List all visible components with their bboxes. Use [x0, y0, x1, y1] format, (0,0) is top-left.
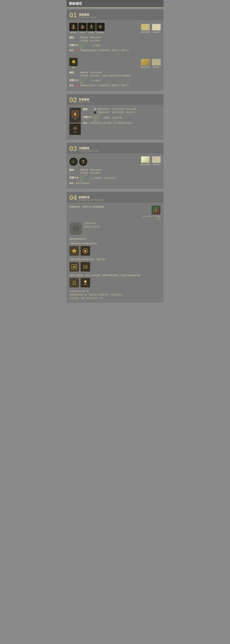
swatch-func-color: 颜色样式参考: [140, 156, 150, 166]
cut-box-2: ✓: [80, 79, 84, 83]
cut-bot-num-2: 52: [80, 82, 82, 84]
gray-state-row: 图标灰态样式： 灰态文字色值：32px a19f96: [94, 108, 136, 111]
color-values-2: 图标色值：c7be7e-fff9ad 文字色值：32px fff7e6 外发光 …: [80, 71, 131, 77]
swatch-func-gold: [141, 156, 150, 163]
func-cut-num: 64: [85, 175, 86, 176]
cavalry-icon: [78, 23, 86, 31]
color-text-val-2: 文字色值：32px fff7e6 外发光 0,8px 8d753b 80%透明度: [80, 74, 131, 78]
svg-line-12: [152, 26, 160, 30]
section-02-title-en: TAB ICON: [79, 101, 91, 103]
dark-swatch: [94, 111, 96, 114]
func-color-label: 颜色: [69, 168, 80, 172]
func-cut-row: 切图大小 ✓ 64 64 （上下左右居中，大小为64*64）: [69, 176, 161, 180]
cut-bot-num: 52: [80, 48, 82, 49]
icon-war: War: [69, 58, 78, 68]
swatch-func-tex: [152, 156, 161, 163]
icon-research: Research: [96, 23, 104, 34]
section-02-body: 84 Bag 64 Shop: [66, 105, 164, 140]
remark-label: 备注：: [69, 49, 75, 52]
section-02-title: 页签图标 TAB ICON: [79, 98, 91, 103]
section-04-num: 04: [69, 194, 77, 201]
selected-label: 图标选中样式：: [98, 111, 112, 114]
remark-red-2: 红框: [76, 84, 80, 86]
intro-row: 绘制标准框，适用于以上各类型图标。 绿色为内容区；红色为留白区: [69, 206, 161, 220]
section-01-title: 系统图标 SYSTEM ICON: [79, 13, 96, 18]
frame-box: [69, 222, 82, 235]
tab-cut-row: 切图大小 84 64 （贴底边，左右居中切）: [83, 116, 161, 120]
func-remark: 备注： 图标与底圆整切.: [69, 182, 161, 185]
cut-size-visual: ✓ 52 52: [80, 44, 84, 48]
swatch3-label: 颜色样式参考: [140, 164, 150, 166]
cut-box: ✓: [80, 44, 84, 48]
svg-point-19: [96, 118, 96, 119]
page-title: 图标规范: [69, 2, 82, 6]
tab-cut-box: [94, 116, 98, 120]
func-remark-label: 备注：: [69, 182, 75, 184]
color-label: 颜色: [69, 36, 80, 39]
tab-cut-box-wrap: 84 64: [94, 116, 98, 120]
color-text-val: 文字色值：32px fff7e6: [80, 39, 102, 42]
color-values: 图标色值：ffffd9-b9b47e 文字色值：32px fff7e6: [80, 36, 102, 42]
step2-icons: [69, 262, 161, 272]
step1-icons: [69, 246, 161, 256]
bag-icon: [72, 111, 78, 117]
archers-label: Archers: [70, 32, 76, 34]
legend-text: 绿色为内容区；红色为留白区: [143, 215, 161, 220]
section-02-header: 02 页签图标 TAB ICON: [66, 94, 164, 105]
func-cut-visual: ✓ 64 64 （上下左右居中，大小为64*64）: [80, 176, 117, 180]
section-01: 01 系统图标 SYSTEM ICON Archers: [66, 9, 164, 91]
bag-label: Bag: [74, 118, 76, 120]
section-03-header: 03 功能图标 FUNCTION ICON: [66, 142, 164, 154]
func-color-values: 图标色值：ffffd9-b9b47e 文字色值：24px eaf4ff: [80, 168, 102, 175]
bag-tab: 84 Bag 64: [69, 108, 81, 123]
svg-point-2: [82, 25, 83, 26]
section-04: 04 绘制标准 DRAWING STANDARD 绘制标准框，适用于以上各类型图…: [66, 192, 164, 303]
swatch-color-ref: 颜色样式参考: [140, 24, 150, 34]
func-remark-text: 图标与底圆整切.: [76, 182, 90, 184]
svg-line-11: [152, 24, 160, 30]
cut-suffix: （上下居中）: [90, 44, 102, 47]
method-title: 图标绘制具体方法：: [69, 238, 161, 240]
icon-cavalry: Cavalry: [78, 23, 86, 34]
swatch4-label: 图标材质: [153, 164, 160, 166]
selected-state-row: 图标选中样式： 选中文字色值：32px fff7e6: [94, 111, 136, 114]
infantry-label: Infantry: [88, 32, 94, 34]
section-04-title-cn: 绘制标准: [79, 196, 105, 199]
section-03: 03 功能图标 FUNCTION ICON: [66, 142, 164, 189]
frame-label: 范围结构标准框: [84, 222, 100, 224]
gray-label: 图标灰态样式：: [98, 108, 112, 110]
tab-color-row: 颜色 图标灰态样式： 灰态文字色值：32px a19f96 图标选中样式： 选中…: [83, 108, 161, 114]
section-03-title: 功能图标 FUNCTION ICON: [79, 147, 99, 152]
sub-divider-1: [69, 55, 161, 55]
tab-color-values: 图标灰态样式： 灰态文字色值：32px a19f96 图标选中样式： 选中文字色…: [94, 108, 136, 114]
selected-text-val: 选中文字色值：32px fff7e6: [112, 111, 135, 114]
section-03-title-cn: 功能图标: [79, 147, 99, 150]
func-icons-row: [69, 158, 87, 166]
swatch-war-material: 图标材质: [152, 59, 161, 68]
section-02-title-cn: 页签图标: [79, 98, 91, 101]
func-icon-2: [79, 158, 87, 166]
swatch2-label: 图标材质: [153, 31, 160, 34]
color-info-row-2: 颜色 图标色值：c7be7e-fff9ad 文字色值：32px fff7e6 外…: [69, 71, 161, 77]
num-64-bot: 64: [79, 120, 80, 122]
tab-color-label: 颜色: [83, 108, 94, 111]
war-icon-img: [69, 58, 78, 66]
gray-text-val: 灰态文字色值：32px a19f96: [112, 108, 136, 110]
step2-icon-1: [69, 262, 79, 272]
war-label: War: [72, 66, 75, 68]
swatch-war-tex: [152, 59, 161, 66]
shop-icon: [72, 126, 78, 130]
section-04-title: 绘制标准 DRAWING STANDARD: [79, 196, 105, 201]
svg-rect-16: [74, 128, 76, 129]
cut-size-row-2: 切图大小 ✓ 52 52 （上下居中）: [69, 79, 161, 83]
cut-84: 84: [99, 114, 100, 116]
section-01-num: 01: [69, 12, 77, 18]
swatch-material-ref: 图标材质: [152, 24, 161, 34]
func-icon-1: [69, 158, 78, 166]
section-01-header: 01 系统图标 SYSTEM ICON: [66, 9, 164, 20]
func-cut-box-wrap: ✓ 64 64: [80, 176, 84, 180]
cut-tab-suffix: （贴底边，左右居中切）: [102, 116, 124, 120]
swatch-func-material: 图标材质: [152, 156, 161, 166]
draw-size-label: 绘制尺寸 128*128: [84, 226, 100, 228]
swatch1-label: 颜色样式参考: [140, 31, 150, 34]
